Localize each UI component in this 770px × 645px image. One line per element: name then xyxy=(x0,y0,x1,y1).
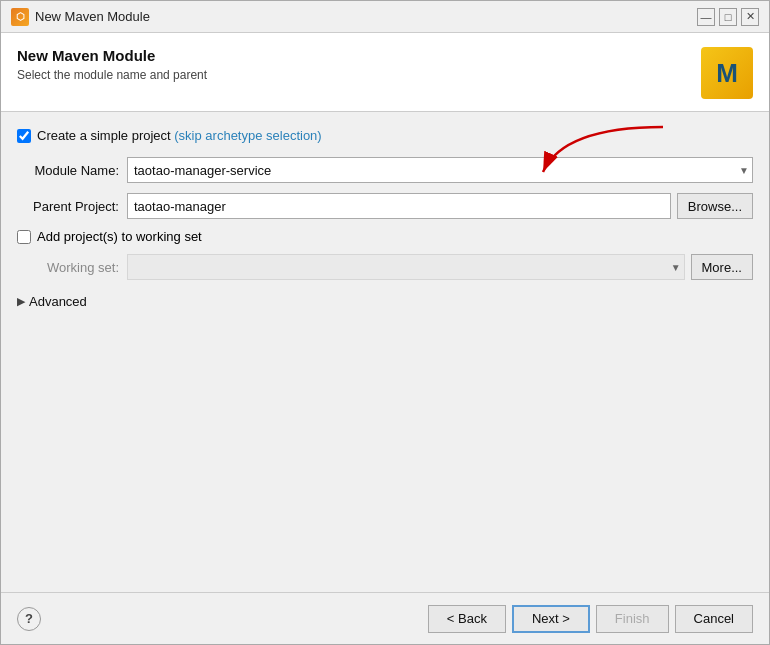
browse-button[interactable]: Browse... xyxy=(677,193,753,219)
create-simple-project-checkbox[interactable] xyxy=(17,129,31,143)
skip-archetype-link[interactable]: (skip archetype selection) xyxy=(174,128,321,143)
module-name-label: Module Name: xyxy=(17,163,127,178)
title-bar-text: New Maven Module xyxy=(35,9,150,24)
help-button[interactable]: ? xyxy=(17,607,41,631)
advanced-row[interactable]: ▶ Advanced xyxy=(17,292,753,311)
working-set-select-wrap: ▼ xyxy=(127,254,685,280)
header-text: New Maven Module Select the module name … xyxy=(17,47,207,82)
create-simple-project-row: Create a simple project (skip archetype … xyxy=(17,128,753,143)
next-button[interactable]: Next > xyxy=(512,605,590,633)
working-set-select[interactable] xyxy=(127,254,685,280)
header-title: New Maven Module xyxy=(17,47,207,64)
cancel-button[interactable]: Cancel xyxy=(675,605,753,633)
finish-button[interactable]: Finish xyxy=(596,605,669,633)
back-button[interactable]: < Back xyxy=(428,605,506,633)
advanced-collapse-arrow: ▶ xyxy=(17,295,25,308)
create-simple-project-label: Create a simple project (skip archetype … xyxy=(37,128,322,143)
maven-icon: M xyxy=(701,47,753,99)
dialog-icon: ⬡ xyxy=(11,8,29,26)
footer-left: ? xyxy=(17,607,41,631)
more-button[interactable]: More... xyxy=(691,254,753,280)
footer: ? < Back Next > Finish Cancel xyxy=(1,592,769,644)
footer-buttons: < Back Next > Finish Cancel xyxy=(428,605,753,633)
advanced-label: Advanced xyxy=(29,294,87,309)
add-working-set-row: Add project(s) to working set xyxy=(17,229,753,244)
minimize-button[interactable]: — xyxy=(697,8,715,26)
maximize-button[interactable]: □ xyxy=(719,8,737,26)
close-button[interactable]: ✕ xyxy=(741,8,759,26)
header-subtitle: Select the module name and parent xyxy=(17,68,207,82)
parent-project-label: Parent Project: xyxy=(17,199,127,214)
add-working-set-label: Add project(s) to working set xyxy=(37,229,202,244)
add-working-set-checkbox[interactable] xyxy=(17,230,31,244)
content-area: Create a simple project (skip archetype … xyxy=(1,112,769,592)
parent-project-row: Parent Project: Browse... xyxy=(17,193,753,219)
maven-m-letter: M xyxy=(716,58,738,89)
module-name-select[interactable]: taotao-manager-service xyxy=(127,157,753,183)
title-bar-buttons: — □ ✕ xyxy=(697,8,759,26)
working-set-label: Working set: xyxy=(17,260,127,275)
parent-project-input[interactable] xyxy=(127,193,671,219)
working-set-row: Working set: ▼ More... xyxy=(17,254,753,280)
title-bar: ⬡ New Maven Module — □ ✕ xyxy=(1,1,769,33)
module-name-input-wrap: taotao-manager-service ▼ xyxy=(127,157,753,183)
dialog-window: ⬡ New Maven Module — □ ✕ New Maven Modul… xyxy=(0,0,770,645)
parent-project-input-wrap: Browse... xyxy=(127,193,753,219)
module-name-select-wrap: taotao-manager-service ▼ xyxy=(127,157,753,183)
header-section: New Maven Module Select the module name … xyxy=(1,33,769,112)
module-name-row: Module Name: taotao-manager-service ▼ xyxy=(17,157,753,183)
title-bar-left: ⬡ New Maven Module xyxy=(11,8,150,26)
